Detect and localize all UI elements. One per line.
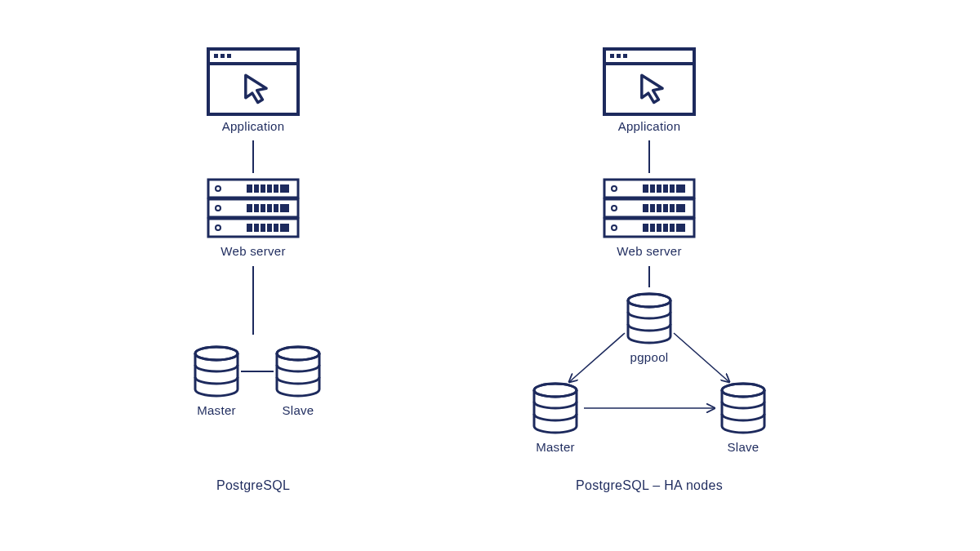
- database-cylinder-icon: [277, 347, 319, 396]
- arrow-pgpool-slave: [674, 333, 729, 382]
- application-node: [208, 49, 298, 114]
- server-rack-icon: [604, 180, 694, 237]
- db-slave-label: Slave: [282, 403, 314, 417]
- db-slave-label: Slave: [727, 440, 759, 454]
- diagram-title: PostgreSQL: [216, 478, 290, 492]
- db-master-node: [534, 384, 577, 433]
- server-rack-icon: [208, 180, 298, 237]
- database-cylinder-icon: [534, 384, 577, 433]
- browser-cursor-icon: [604, 49, 694, 114]
- database-cylinder-icon: [195, 347, 238, 396]
- database-cylinder-icon: [722, 384, 764, 433]
- application-node: [604, 49, 694, 114]
- db-master-label: Master: [197, 403, 236, 417]
- browser-cursor-icon: [208, 49, 298, 114]
- webserver-node: [208, 180, 298, 237]
- db-master-node: [195, 347, 238, 396]
- database-cylinder-icon: [628, 294, 670, 343]
- db-slave-node: [722, 384, 764, 433]
- db-slave-node: [277, 347, 319, 396]
- arrow-pgpool-master: [569, 333, 625, 382]
- diagram-right: Application Web server pgpool Master Sla…: [534, 49, 764, 492]
- pgpool-label: pgpool: [630, 350, 669, 364]
- webserver-label: Web server: [617, 244, 681, 258]
- webserver-node: [604, 180, 694, 237]
- diagram-title: PostgreSQL – HA nodes: [576, 478, 723, 492]
- application-label: Application: [222, 119, 285, 133]
- pgpool-node: [628, 294, 670, 343]
- diagram-left: Application Web server Master Slave Post…: [195, 49, 319, 492]
- webserver-label: Web server: [220, 244, 285, 258]
- db-master-label: Master: [536, 440, 575, 454]
- application-label: Application: [618, 119, 681, 133]
